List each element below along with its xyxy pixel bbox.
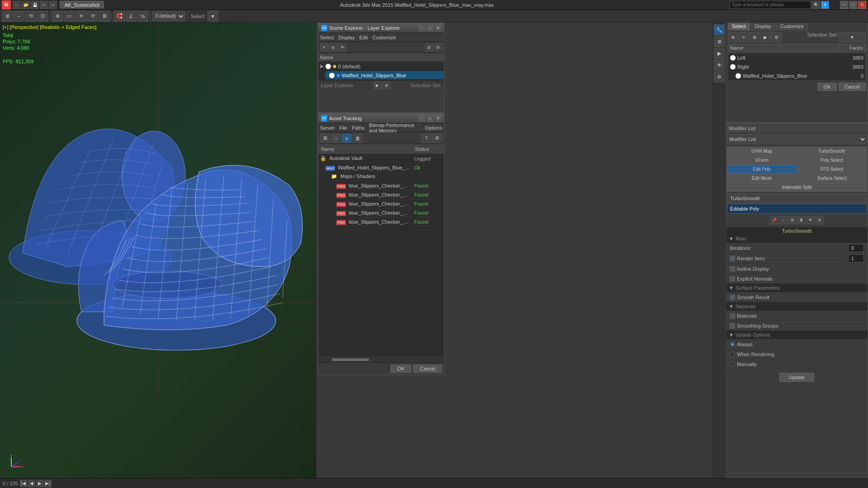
snap-pct-btn[interactable]: % [137, 11, 148, 22]
at-close[interactable]: ✕ [435, 115, 441, 122]
mod-renderiters-input[interactable] [848, 254, 864, 263]
mod-btn-editpoly[interactable]: Edit Poly [727, 165, 797, 174]
toolbar-icon2[interactable]: ↔ [14, 11, 24, 22]
mod-always-radio[interactable] [730, 342, 735, 347]
toolbar-icon4[interactable]: ⊡ [37, 11, 48, 22]
se-menu-edit[interactable]: Edit [359, 35, 368, 40]
at-menu-server[interactable]: Server [320, 125, 335, 131]
at-row-glossiness[interactable]: PNG blue_Slippers_Checker_Glossiness.png… [318, 199, 444, 208]
mod-separate-section[interactable]: ▼ Separate [726, 302, 868, 311]
se-new-btn[interactable]: ✕ [320, 43, 328, 52]
layer-row-slippers[interactable]: ◆ Waffled_Hotel_Slippers_Blue [326, 71, 444, 80]
mod-iterations-input[interactable] [848, 244, 864, 252]
se-menu-select[interactable]: Select [320, 35, 334, 40]
at-btn2[interactable]: □ [331, 134, 341, 143]
scale-btn[interactable]: ⊞ [99, 11, 110, 22]
at-settings-btn[interactable]: ⚙ [432, 134, 442, 143]
mod-pin-btn[interactable]: 📌 [770, 216, 778, 224]
mod-main-section[interactable]: ▼ Main [726, 235, 868, 243]
mod-surface-section[interactable]: ▼ Surface Parameters [726, 284, 868, 292]
mod-materials-checkbox[interactable] [730, 313, 735, 319]
sfs-item-left[interactable]: Left 3883 [728, 53, 865, 62]
status-fwd-btn[interactable]: ▶| [44, 480, 52, 487]
maximize-btn[interactable]: □ [849, 1, 857, 9]
at-scroll-track[interactable] [319, 358, 443, 361]
file-tab[interactable]: AK_Screenshot [60, 1, 104, 9]
layer-select[interactable]: 0 (default) [152, 11, 185, 21]
at-menu-paths[interactable]: Paths [352, 125, 364, 131]
at-menu-bitmap[interactable]: Bitmap Performance and Memory [369, 122, 420, 133]
scene-explorer-minimize[interactable]: ─ [419, 25, 425, 31]
at-row-vault[interactable]: 🔒 Autodesk Vault Logged [318, 154, 444, 163]
at-menu-file[interactable]: File [339, 125, 347, 131]
search-input[interactable] [730, 1, 811, 9]
at-btn4[interactable]: 🗑 [353, 134, 363, 143]
ri-hierarchy-btn[interactable]: ⊞ [714, 36, 725, 47]
sfs-ok-btn[interactable]: OK [818, 83, 837, 91]
ri-modifier-btn[interactable]: 🔧 [714, 24, 725, 35]
mod-show-btn[interactable]: 👁 [807, 216, 815, 224]
toolbar-icon3[interactable]: ⟲ [25, 11, 36, 22]
status-prev-btn[interactable]: |◀ [20, 480, 27, 487]
mod-manually-radio[interactable] [730, 361, 735, 367]
mod-btn-uvwmap[interactable]: UVW Map [727, 147, 797, 155]
new-btn[interactable]: □ [13, 1, 21, 9]
mod-arrow-btn[interactable]: ↕ [779, 216, 788, 224]
sfs-filter-btn[interactable]: ⊕ [728, 32, 738, 42]
se-export-btn[interactable]: ⊞ [425, 43, 433, 52]
at-btn3[interactable]: ≡ [342, 134, 352, 143]
sfs-cancel-btn[interactable]: Cancel [839, 83, 866, 91]
open-btn[interactable]: 📂 [22, 1, 30, 9]
scene-explorer-maximize[interactable]: □ [427, 25, 433, 31]
toolbar-icon1[interactable]: ⊞ [2, 11, 13, 22]
scene-explorer-close[interactable]: ✕ [435, 25, 441, 31]
rotate-btn[interactable]: ⟳ [87, 11, 98, 22]
at-row-specular[interactable]: PNG blue_Slippers_Checker_Specular.png F… [318, 217, 444, 226]
mod-btn-polyselect[interactable]: Poly Select [797, 156, 867, 164]
se-menu-customize[interactable]: Customize [373, 35, 396, 40]
named-select-btn[interactable]: ▼ [208, 11, 218, 22]
at-row-diffuse[interactable]: PNG blue_Slippers_Checker_Diffuse.png Fo… [318, 181, 444, 190]
snap-btn[interactable]: 🧲 [114, 11, 125, 22]
sfs-icon-btn[interactable]: ⊞ [750, 32, 760, 42]
snap-angle-btn[interactable]: ∠ [126, 11, 137, 22]
at-maximize[interactable]: □ [427, 115, 433, 122]
layer-row-default[interactable]: ▶ ◆ 0 (default) [318, 62, 444, 71]
search-icon[interactable]: 🔍 [812, 1, 820, 9]
at-row-maxfile[interactable]: MAX Waffled_Hotel_Slippers_Blue_max_vray… [318, 163, 444, 172]
mod-update-section[interactable]: ▼ Update Options [726, 331, 868, 339]
mod-isoline-checkbox[interactable] [730, 266, 735, 272]
at-row-normal[interactable]: PNG blue_Slippers_Checker_Normal.png Fou… [318, 208, 444, 217]
sfs-tab-select[interactable]: Select [728, 22, 750, 30]
status-back-btn[interactable]: ◀ [28, 480, 35, 487]
ri-motion-btn[interactable]: ▶ [714, 48, 725, 59]
mod-btn-turbosmooth[interactable]: TurboSmooth [797, 147, 867, 155]
save-btn[interactable]: 💾 [31, 1, 39, 9]
at-menu-options[interactable]: Options [425, 125, 442, 131]
mod-config-btn[interactable]: ⚙ [816, 216, 824, 224]
redo-btn[interactable]: ↪ [49, 1, 57, 9]
mod-btn-ffdselect[interactable]: FFD Select [797, 165, 867, 174]
mod-smoothinggroups-checkbox[interactable] [730, 323, 735, 328]
at-cancel-btn[interactable]: Cancel [413, 365, 442, 373]
at-scroll-thumb[interactable] [332, 358, 369, 361]
mod-stack-turbosmooth[interactable]: TurboSmooth [727, 193, 867, 203]
mod-whenrendering-radio[interactable] [730, 352, 735, 357]
minimize-btn[interactable]: ─ [840, 1, 848, 9]
help-icon[interactable]: ? [821, 1, 829, 9]
mod-btn-indensplit[interactable]: Indenable Split [727, 183, 867, 192]
ri-display-btn[interactable]: 👁 [714, 60, 725, 70]
mod-btn-xform[interactable]: XForm [727, 156, 797, 164]
se-select-btn[interactable]: ⊕ [329, 43, 337, 52]
mod-btn-surfaceselect[interactable]: Surface Select [797, 174, 867, 183]
sfs-item-right[interactable]: Right 3883 [728, 62, 865, 71]
sfs-selset-dropdown[interactable]: ▼ [839, 32, 866, 42]
mod-btn-editmesh[interactable]: Edit Mesh [727, 174, 797, 183]
mod-explicit-checkbox[interactable] [730, 276, 735, 282]
sfs-hier-btn[interactable]: ▶ [760, 32, 770, 42]
mod-renderiters-checkbox[interactable] [730, 256, 735, 261]
at-ok-btn[interactable]: OK [391, 365, 411, 373]
mod-delete-btn[interactable]: 🗑 [797, 216, 806, 224]
se-footer-btn2[interactable]: ⊞ [382, 81, 391, 89]
undo-btn[interactable]: ↩ [40, 1, 48, 9]
